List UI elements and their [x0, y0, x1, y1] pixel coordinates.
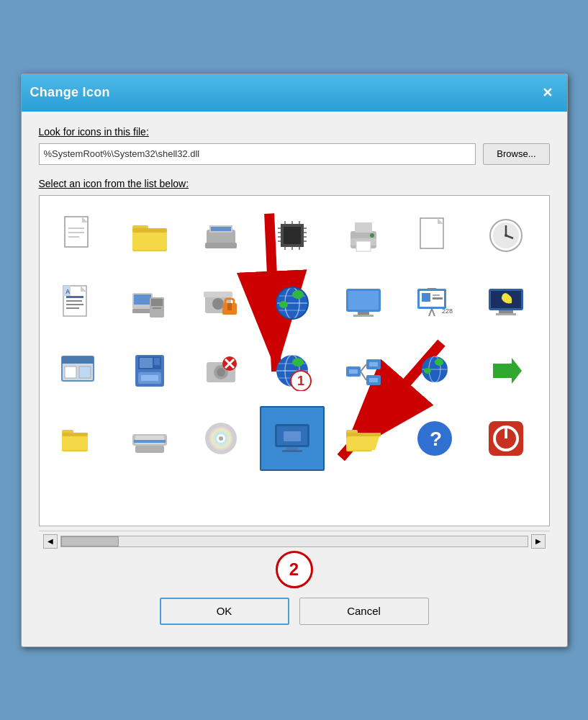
svg-point-43 [505, 234, 507, 237]
icon-cell-scanner[interactable] [189, 203, 253, 268]
icon-cell-chip[interactable] [260, 203, 325, 268]
svg-rect-48 [66, 304, 83, 305]
svg-rect-74 [358, 312, 369, 315]
icon-cell-blank-doc[interactable] [402, 203, 467, 268]
svg-rect-73 [348, 291, 379, 310]
icon-cell-question[interactable]: ? [402, 406, 467, 471]
svg-rect-141 [284, 431, 301, 441]
icon-cell-document-text[interactable]: A [47, 271, 112, 336]
svg-rect-116 [369, 362, 378, 366]
dialog-title: Change Icon [30, 85, 110, 100]
browse-button[interactable]: Browse... [483, 143, 549, 165]
icon-cell-cd[interactable] [189, 406, 253, 471]
svg-rect-46 [66, 296, 83, 298]
svg-rect-56 [151, 299, 163, 306]
icon-cell-drive-lock[interactable] [189, 271, 253, 336]
svg-rect-14 [211, 227, 231, 231]
scrollbar-track[interactable] [60, 536, 528, 547]
scrollbar-thumb [61, 536, 119, 546]
cancel-button[interactable]: Cancel [299, 598, 429, 625]
svg-rect-114 [349, 369, 358, 374]
ok-button[interactable]: OK [160, 598, 289, 625]
icon-cell-presentation[interactable]: 228 [402, 271, 467, 336]
svg-line-82 [432, 309, 435, 316]
icon-cell-scanner2[interactable] [117, 406, 182, 471]
icon-grid: A [40, 196, 549, 478]
file-path-input[interactable] [39, 143, 476, 165]
file-label: Look for icons in this file: [39, 126, 550, 138]
svg-point-59 [212, 298, 224, 310]
icon-cell-folder-open[interactable] [331, 406, 396, 471]
icon-cell-window[interactable] [47, 338, 112, 403]
svg-point-124 [435, 359, 443, 366]
svg-text:A: A [65, 288, 71, 295]
icon-cell-computer-selected[interactable] [260, 406, 325, 471]
icon-cell-monitor[interactable] [331, 271, 396, 336]
svg-rect-11 [132, 228, 167, 233]
icon-cell-folder[interactable] [117, 203, 182, 268]
svg-rect-147 [346, 433, 381, 436]
svg-rect-95 [140, 358, 153, 368]
svg-rect-80 [433, 294, 440, 296]
svg-rect-49 [66, 307, 79, 309]
svg-rect-118 [369, 378, 378, 382]
icon-cell-folder-small[interactable] [47, 406, 112, 471]
svg-point-70 [292, 290, 304, 299]
svg-text:1: 1 [297, 374, 304, 388]
svg-rect-75 [353, 315, 374, 317]
scroll-left-button[interactable]: ◀ [43, 534, 58, 549]
titlebar: Change Icon ✕ [22, 74, 567, 112]
svg-rect-133 [134, 440, 166, 443]
svg-rect-60 [204, 292, 232, 297]
icon-cell-computer-floppy[interactable] [117, 271, 182, 336]
svg-rect-17 [284, 227, 301, 244]
svg-point-36 [370, 233, 374, 238]
badge-2: 2 [276, 551, 313, 588]
icon-cell-network[interactable] [331, 338, 396, 403]
svg-rect-63 [227, 303, 232, 310]
svg-line-120 [361, 372, 366, 380]
scroll-right-button[interactable]: ▶ [531, 534, 546, 549]
change-icon-dialog: Change Icon ✕ Look for icons in this fil… [21, 73, 568, 647]
svg-text:228: 228 [442, 307, 453, 315]
select-label: Select an icon from the list below: [39, 178, 550, 189]
icon-cell-printer[interactable] [331, 203, 396, 268]
svg-point-110 [292, 358, 304, 366]
icon-cell-drive-x[interactable] [189, 338, 253, 403]
icon-cell-globe-small[interactable] [402, 338, 467, 403]
button-row: OK Cancel [39, 588, 550, 632]
svg-rect-90 [62, 356, 94, 364]
svg-rect-35 [356, 241, 371, 251]
svg-rect-87 [499, 310, 513, 313]
svg-marker-126 [493, 358, 522, 384]
svg-rect-54 [132, 309, 153, 313]
icon-grid-wrapper: A [39, 195, 550, 552]
svg-point-71 [279, 301, 288, 308]
svg-rect-130 [62, 433, 88, 436]
icon-cell-moon-monitor[interactable] [474, 271, 538, 336]
icon-cell-doc[interactable] [47, 203, 112, 268]
svg-line-119 [361, 364, 366, 372]
svg-rect-134 [135, 446, 164, 453]
svg-rect-88 [496, 313, 516, 315]
icon-cell-clock[interactable] [474, 203, 538, 268]
icon-cell-globe-badge-1[interactable]: 1 [260, 338, 325, 403]
icon-cell-arrow-right[interactable] [474, 338, 538, 403]
svg-point-101 [217, 368, 225, 377]
svg-rect-142 [286, 447, 298, 450]
svg-point-125 [424, 368, 431, 374]
icon-cell-globe[interactable] [260, 271, 325, 336]
icon-cell-floppy-blue[interactable] [117, 338, 182, 403]
scrollbar: ◀ ▶ [39, 531, 550, 552]
svg-text:?: ? [430, 428, 442, 450]
dialog-body: Look for icons in this file: Browse... S… [22, 112, 567, 647]
icon-grid-container: A [39, 195, 550, 526]
svg-rect-96 [154, 358, 160, 365]
close-button[interactable]: ✕ [537, 82, 558, 104]
svg-rect-98 [141, 375, 158, 381]
svg-rect-33 [355, 222, 372, 233]
svg-rect-57 [153, 307, 161, 309]
svg-rect-91 [65, 366, 76, 378]
icon-cell-power[interactable] [474, 406, 538, 471]
svg-rect-92 [79, 366, 91, 378]
